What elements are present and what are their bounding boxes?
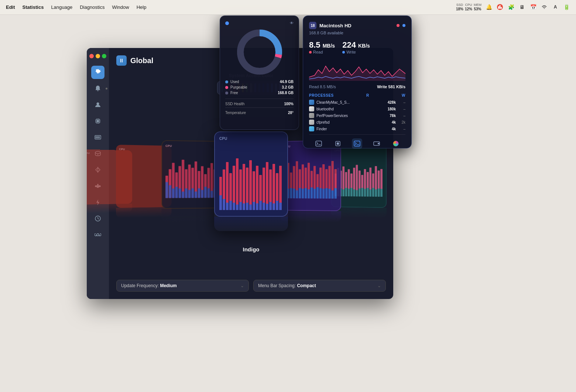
menu-bar-left: Edit Statistics Language Diagnostics Win…	[6, 4, 146, 10]
svg-rect-17	[97, 136, 97, 138]
svg-rect-113	[304, 188, 306, 198]
screen-icon[interactable]: 🖥	[518, 3, 526, 11]
menu-diagnostics[interactable]: Diagnostics	[80, 4, 104, 10]
font-icon[interactable]: A	[552, 3, 559, 11]
disk-title: 18 Macintosh HD	[309, 22, 405, 29]
legend-purgeable: Purgeable 3.2 GB	[225, 85, 294, 89]
sidebar-item-notifications[interactable]	[91, 82, 104, 95]
svg-rect-79	[249, 204, 252, 210]
card-label: CPU	[165, 144, 218, 148]
svg-rect-16	[96, 136, 96, 138]
minimize-button[interactable]	[96, 54, 100, 58]
svg-rect-57	[210, 190, 213, 197]
menu-language[interactable]: Language	[51, 4, 72, 10]
maximize-button[interactable]	[102, 54, 106, 58]
proc-icon-finder	[309, 126, 314, 131]
svg-rect-133	[334, 188, 336, 198]
svg-rect-93	[272, 203, 275, 210]
ssd-donut-chart	[236, 28, 284, 76]
svg-rect-74	[243, 164, 245, 210]
menu-window[interactable]: Window	[112, 4, 129, 10]
svg-rect-3	[501, 7, 502, 9]
disk-tab-terminal[interactable]	[313, 138, 324, 149]
svg-marker-174	[309, 66, 405, 81]
menu-bar: Edit Statistics Language Diagnostics Win…	[0, 0, 576, 15]
menu-statistics[interactable]: Statistics	[23, 4, 44, 10]
svg-rect-53	[204, 186, 206, 197]
svg-rect-18	[98, 136, 99, 138]
calendar-icon[interactable]: 📅	[529, 3, 537, 11]
processes-section: PROCESSES R W CleanMyMac_5_S... 428k – b…	[309, 93, 405, 131]
puzzle-icon[interactable]: 🧩	[507, 3, 515, 11]
disk-dot-blue	[402, 24, 405, 27]
close-button[interactable]	[89, 54, 94, 58]
ssd-temp-row: Temperature 28°	[225, 107, 294, 115]
svg-rect-73	[239, 202, 242, 210]
menu-help[interactable]: Help	[137, 4, 147, 10]
theme-card-right1[interactable]: CPU	[280, 140, 341, 222]
menu-edit[interactable]: Edit	[6, 4, 15, 10]
svg-rect-51	[201, 190, 203, 197]
theme-card-center[interactable]: CPU	[214, 131, 288, 231]
svg-point-182	[378, 143, 379, 144]
sidebar-item-cpu[interactable]	[91, 114, 104, 128]
svg-rect-43	[188, 190, 191, 198]
svg-rect-61	[219, 195, 222, 210]
svg-rect-109	[299, 188, 301, 198]
proc-cleanmymac: CleanMyMac_5_S... 428k –	[309, 100, 405, 105]
speed-read: 8.5 MB/s Read	[309, 40, 335, 54]
svg-rect-153	[358, 188, 360, 196]
menu-bar-spacing-dropdown[interactable]: Menu Bar Spacing: Compact ⌄	[253, 280, 386, 292]
disk-tab-terminal2[interactable]	[352, 138, 362, 149]
sidebar-item-link[interactable]	[91, 228, 104, 241]
svg-rect-6	[97, 120, 99, 122]
disk-rw-detail: Read 8.5 MB/s Write 581 KB/s	[309, 85, 405, 89]
battery-icon[interactable]: 🔋	[563, 3, 570, 11]
svg-rect-178	[337, 142, 339, 145]
ssd-health-row: SSD Health 100%	[225, 99, 294, 106]
sidebar-item-clock[interactable]	[91, 212, 104, 225]
wifi-icon[interactable]	[541, 3, 548, 11]
disk-tab-chip[interactable]	[333, 138, 343, 149]
sidebar-item-user[interactable]	[91, 98, 104, 111]
svg-rect-39	[182, 191, 184, 197]
disk-sparkline	[309, 59, 405, 81]
svg-rect-70	[236, 158, 239, 210]
legend-used: Used 44.9 GB	[225, 80, 294, 84]
ssd-eye-icon[interactable]: 👁	[290, 21, 294, 25]
svg-rect-83	[256, 203, 258, 210]
legend-dot-used	[225, 80, 228, 83]
svg-rect-103	[290, 188, 292, 198]
ssd-legend: Used 44.9 GB Purgeable 3.2 GB Free 168.8…	[225, 80, 294, 95]
legend-dot-purgeable	[225, 86, 228, 89]
svg-rect-163	[372, 188, 374, 197]
disk-tab-storage[interactable]	[371, 138, 382, 149]
proc-icon-cleanmymac	[309, 100, 314, 105]
proc-finder: Finder 4k –	[309, 126, 405, 131]
svg-rect-69	[233, 203, 235, 210]
theme-label: Indigo	[243, 246, 260, 252]
update-frequency-dropdown[interactable]: Update Frequency: Medium ⌄	[116, 280, 249, 292]
svg-rect-165	[375, 189, 377, 197]
card-label: CPU	[119, 147, 168, 151]
svg-rect-129	[328, 189, 330, 199]
write-dot	[342, 51, 345, 54]
theme-card-left1[interactable]: CPU	[161, 140, 222, 222]
stat-mem: MEM 53%	[474, 3, 481, 11]
sidebar-item-memory[interactable]	[91, 131, 104, 144]
svg-rect-31	[169, 185, 171, 198]
disk-tab-pie[interactable]	[391, 138, 401, 149]
stats-app-icon[interactable]	[496, 3, 504, 11]
svg-rect-149	[353, 189, 355, 196]
sidebar-item-settings[interactable]	[91, 66, 104, 79]
legend-free: Free 168.8 GB	[225, 91, 294, 95]
traffic-lights	[89, 54, 106, 58]
legend-dot-free	[225, 92, 228, 94]
stat-cpu: CPU 12%	[465, 3, 472, 11]
notification-center-icon[interactable]: 🔔	[485, 3, 493, 11]
disk-tab-bar	[309, 134, 405, 149]
svg-rect-37	[178, 188, 181, 198]
svg-rect-19	[99, 136, 100, 138]
svg-rect-157	[364, 189, 366, 196]
svg-rect-119	[313, 189, 315, 198]
